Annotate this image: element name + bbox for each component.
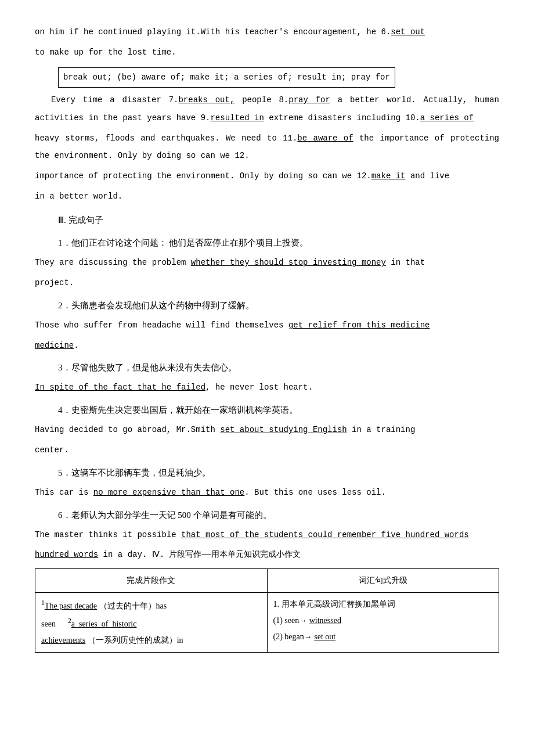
vocab-item-1: (1) seen→ witnessed bbox=[273, 613, 493, 629]
vocab-item-2: (2) began→ set out bbox=[273, 629, 493, 645]
table-cell-left: 1The past decade （过去的十年）has seen 2a seri… bbox=[35, 593, 268, 652]
intro-paragraph: on him if he continued playing it.With h… bbox=[35, 23, 499, 41]
vocab-header: 1. 用本单元高级词汇替换加黑单词 bbox=[273, 596, 493, 613]
set-out-phrase: set out bbox=[391, 27, 425, 37]
main-paragraph: Every time a disaster 7.breaks out, peop… bbox=[35, 91, 499, 127]
question-2-cn: 2．头痛患者会发现他们从这个药物中得到了缓解。 bbox=[58, 297, 499, 314]
pray-for-phrase: pray for bbox=[288, 95, 330, 105]
table-col1-header: 完成片段作文 bbox=[35, 569, 268, 593]
question-3-en: In spite of the fact that he failed, he … bbox=[35, 379, 499, 397]
main-paragraph-3: importance of protecting the environment… bbox=[35, 167, 499, 185]
has-text: （过去的十年）has bbox=[97, 602, 167, 610]
phrase-box-container: break out; (be) aware of; make it; a ser… bbox=[35, 64, 499, 91]
q6-underline: that most of the students could remember… bbox=[181, 530, 469, 539]
vocab-item-2-b: set out bbox=[314, 632, 335, 641]
question-6-en-cont: hundred words in a day. Ⅳ. 片段写作——用本单元知识完… bbox=[35, 546, 499, 564]
q2-medicine: medicine. bbox=[35, 341, 79, 350]
question-4-en-cont: center. bbox=[35, 441, 499, 459]
page-content: on him if he continued playing it.With h… bbox=[35, 23, 499, 653]
breaks-out-phrase: breaks out, bbox=[178, 95, 234, 105]
table-row-1: 1The past decade （过去的十年）has seen 2a seri… bbox=[35, 593, 499, 652]
para1-g-prefix: importance of protecting the environment… bbox=[35, 171, 371, 181]
question-2-en: Those who suffer from headache will find… bbox=[35, 316, 499, 334]
vocab-item-2-a: (2) began→ bbox=[273, 632, 315, 641]
para1-e-prefix: heavy storms, floods and earthquakes. We… bbox=[35, 134, 297, 143]
seen-text: seen bbox=[41, 620, 68, 628]
phrase-box: break out; (be) aware of; make it; a ser… bbox=[58, 67, 395, 88]
q5-en-a: This car is bbox=[35, 488, 93, 497]
table-cell-right: 1. 用本单元高级词汇替换加黑单词 (1) seen→ witnessed (2… bbox=[267, 593, 499, 652]
question-1-cn: 1．他们正在讨论这个问题： 他们是否应停止在那个项目上投资。 bbox=[58, 234, 499, 251]
intro-text-2: to make up for the lost time. bbox=[35, 48, 176, 57]
vocab-item-1-b: witnessed bbox=[309, 616, 341, 625]
q4-underline: set about studying English bbox=[220, 425, 347, 434]
be-aware-of-phrase: be aware of bbox=[297, 134, 353, 143]
table-col2-header: 词汇句式升级 bbox=[267, 569, 499, 593]
q2-en-a: Those who suffer from headache will find… bbox=[35, 321, 288, 330]
q6-hundred: hundred words in a day. Ⅳ. 片段写作——用本单元知识完… bbox=[35, 550, 301, 559]
question-6-en: The master thinks it possible that most … bbox=[35, 526, 499, 544]
q6-en-a: The master thinks it possible bbox=[35, 530, 181, 539]
achievements-text: achievements bbox=[41, 636, 85, 645]
vocab-item-1-a: (1) seen→ bbox=[273, 616, 309, 625]
q3-en-b: , he never lost heart. bbox=[205, 383, 313, 392]
main-paragraph-2: heavy storms, floods and earthquakes. We… bbox=[35, 129, 499, 165]
question-3-cn: 3．尽管他失败了，但是他从来没有失去信心。 bbox=[58, 359, 499, 376]
q1-underline: whether they should stop investing money bbox=[191, 258, 386, 267]
question-1-en-cont: project. bbox=[35, 274, 499, 292]
resulted-in-phrase: resulted in bbox=[210, 113, 264, 123]
q5-en-b: . But this one uses less oil. bbox=[244, 488, 386, 497]
q5-underline: no more expensive than that one bbox=[93, 488, 244, 497]
q1-en-a: They are discussing the problem bbox=[35, 258, 191, 267]
writing-table: 完成片段作文 词汇句式升级 1The past decade （过去的十年）ha… bbox=[35, 568, 499, 652]
q2-underline: get relief from this medicine bbox=[288, 321, 430, 330]
para1-g: and live bbox=[406, 171, 450, 181]
q3-underline: In spite of the fact that he failed bbox=[35, 383, 205, 392]
para1-a: Every time a disaster 7. bbox=[51, 95, 178, 105]
q1-en-b: in that bbox=[386, 258, 425, 267]
question-4-en: Having decided to go abroad, Mr.Smith se… bbox=[35, 421, 499, 439]
para1-d: extreme disasters including 10. bbox=[264, 113, 420, 123]
question-1-en: They are discussing the problem whether … bbox=[35, 254, 499, 272]
para1-b: people 8. bbox=[234, 95, 288, 105]
series-of-phrase: a series of bbox=[420, 113, 474, 123]
intro-paragraph-2: to make up for the lost time. bbox=[35, 44, 499, 62]
question-6-cn: 6．老师认为大部分学生一天记 500 个单词是有可能的。 bbox=[58, 506, 499, 524]
make-it-phrase: make it bbox=[371, 171, 406, 181]
intro-text-1: on him if he continued playing it.With h… bbox=[35, 27, 391, 37]
past-decade-text: The past decade bbox=[45, 602, 97, 610]
question-5-cn: 5．这辆车不比那辆车贵，但是耗油少。 bbox=[58, 464, 499, 481]
question-2-en-cont: medicine. bbox=[35, 337, 499, 355]
in-text: （一系列历史性的成就）in bbox=[85, 636, 183, 645]
q4-en-a: Having decided to go abroad, Mr.Smith bbox=[35, 425, 220, 434]
series-achievements-text: a series of historic bbox=[71, 620, 137, 628]
q1-project: project. bbox=[35, 278, 74, 287]
main-paragraph-4: in a better world. bbox=[35, 188, 499, 206]
para1-end: in a better world. bbox=[35, 192, 122, 201]
question-4-cn: 4．史密斯先生决定要出国后，就开始在一家培训机构学英语。 bbox=[58, 401, 499, 419]
q4-center: center. bbox=[35, 445, 69, 455]
question-5-en: This car is no more expensive than that … bbox=[35, 484, 499, 502]
q4-en-b: in a training bbox=[347, 425, 416, 434]
section3-header: Ⅲ. 完成句子 bbox=[58, 211, 499, 230]
section4-inline: Ⅳ. 片段写作——用本单元知识完成小作文 bbox=[152, 550, 301, 559]
